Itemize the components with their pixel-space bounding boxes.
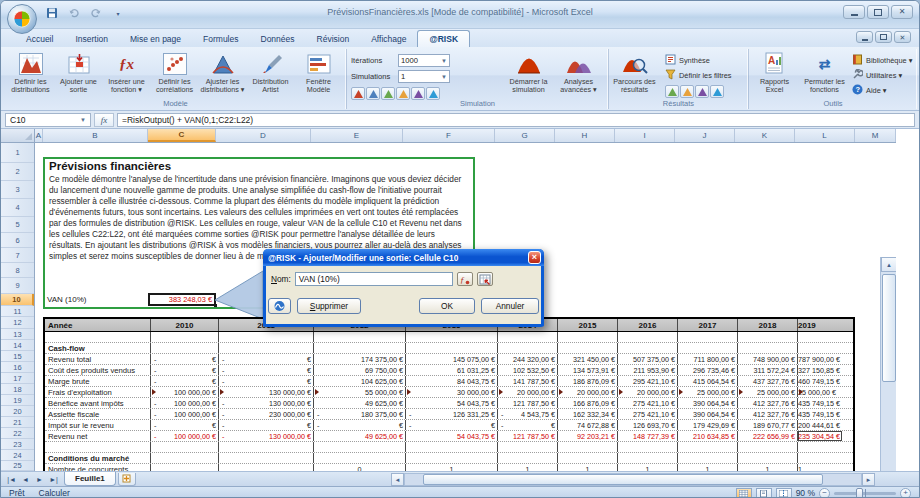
next-sheet-icon[interactable]: ► xyxy=(33,473,46,485)
table-cell[interactable] xyxy=(557,453,617,463)
tab-insertion[interactable]: Insertion xyxy=(64,31,119,47)
row-header-12[interactable]: 12 xyxy=(1,317,34,329)
year-header-2019[interactable]: 2019 xyxy=(797,319,816,331)
row-header-13[interactable]: 13 xyxy=(1,329,34,340)
table-cell[interactable]: 25 000,00 € xyxy=(797,387,838,397)
table-cell[interactable]: 148 727,39 € xyxy=(617,431,677,441)
table-cell[interactable] xyxy=(218,343,313,353)
histogram-toggle-icon[interactable] xyxy=(665,85,679,98)
ok-button[interactable]: OK xyxy=(419,298,475,314)
table-cell[interactable]: 179 429,69 € xyxy=(677,420,737,430)
table-cell[interactable]: 30 000,00 € xyxy=(405,387,497,397)
row-header-18[interactable]: 18 xyxy=(1,384,34,395)
table-cell[interactable]: 412 327,76 € xyxy=(737,409,797,419)
table-cell[interactable]: 166 876,09 € xyxy=(557,398,617,408)
normal-view-icon[interactable] xyxy=(736,488,752,498)
vertical-scroll-thumb[interactable] xyxy=(882,274,896,382)
table-cell[interactable] xyxy=(677,343,737,353)
tab-donn-es[interactable]: Données xyxy=(250,31,306,47)
table-cell[interactable]: -130 000,00 € xyxy=(218,431,313,441)
row-label[interactable]: Coût des produits vendus xyxy=(45,365,150,375)
table-cell[interactable]: 54 043,75 € xyxy=(405,431,497,441)
column-header-G[interactable]: G xyxy=(495,129,555,142)
workbook-restore-button[interactable] xyxy=(875,31,892,43)
table-cell[interactable]: 20 000,00 € xyxy=(497,387,557,397)
table-cell[interactable]: 1 xyxy=(405,464,497,471)
ribbon-button-d-finir-les-corr-lations[interactable]: Définir les corrélations xyxy=(151,51,198,95)
cashflow-table[interactable]: Année20102011201220132014201520162017201… xyxy=(43,317,855,471)
select-all-corner[interactable] xyxy=(1,129,35,142)
table-cell[interactable]: 121 787,50 € xyxy=(497,398,557,408)
table-cell[interactable] xyxy=(313,442,405,452)
table-cell[interactable]: 244 320,00 € xyxy=(497,354,557,364)
table-cell[interactable]: -€ xyxy=(405,420,497,430)
ribbon-button-fen-tre-mod-le[interactable]: Fenêtre Modèle xyxy=(295,51,342,95)
column-header-C[interactable]: C xyxy=(148,129,216,142)
table-cell[interactable] xyxy=(218,453,313,463)
ribbon-item-synth-se[interactable]: Synthèse xyxy=(665,53,747,67)
row-label[interactable]: Revenu net xyxy=(45,431,150,441)
table-cell[interactable] xyxy=(313,343,405,353)
row-header-21[interactable]: 21 xyxy=(1,417,34,428)
column-header-D[interactable]: D xyxy=(216,129,311,142)
row-header-10[interactable]: 10 xyxy=(1,294,34,306)
column-header-J[interactable]: J xyxy=(675,129,735,142)
horizontal-scrollbar[interactable]: ◄ ► xyxy=(391,473,875,486)
table-cell[interactable]: -126 331,25 € xyxy=(405,409,497,419)
year-header-2017[interactable]: 2017 xyxy=(677,319,737,331)
table-cell[interactable]: -4 543,75 € xyxy=(497,409,557,419)
table-cell[interactable] xyxy=(797,332,800,342)
table-cell[interactable]: 1 xyxy=(557,464,617,471)
row-label[interactable]: Conditions du marché xyxy=(45,453,150,463)
office-button[interactable] xyxy=(7,4,37,34)
table-cell[interactable] xyxy=(677,332,737,342)
table-cell[interactable]: 787 900,00 € xyxy=(797,354,842,364)
table-cell[interactable]: 121 787,50 € xyxy=(497,431,557,441)
table-cell[interactable] xyxy=(797,442,800,452)
vertical-scrollbar[interactable]: ▲ ▼ xyxy=(880,257,896,471)
table-cell[interactable]: -€ xyxy=(218,420,313,430)
maximize-button[interactable] xyxy=(867,5,889,19)
tab-formules[interactable]: Formules xyxy=(192,31,249,47)
select-reference-icon[interactable] xyxy=(477,272,493,286)
cancel-button[interactable]: Annuler xyxy=(481,298,539,314)
row-header-15[interactable]: 15 xyxy=(1,351,34,362)
formula-input[interactable]: =RiskOutput() + VAN(0,1;C22:L22) xyxy=(117,113,915,127)
table-cell[interactable]: 390 064,54 € xyxy=(677,409,737,419)
close-button[interactable]: ✕ xyxy=(891,5,913,19)
table-cell[interactable]: 435 749,15 € xyxy=(797,398,842,408)
row-label[interactable] xyxy=(45,442,150,452)
table-cell[interactable]: 275 421,10 € xyxy=(617,398,677,408)
ribbon-button-rapports-excel[interactable]: ARapports Excel xyxy=(751,51,798,95)
active-cell-c10[interactable]: 383 248,03 € xyxy=(148,293,216,306)
row-header-22[interactable]: 22 xyxy=(1,428,34,439)
year-header-2010[interactable]: 2010 xyxy=(150,319,218,331)
table-cell[interactable] xyxy=(150,332,218,342)
table-cell[interactable] xyxy=(677,442,737,452)
table-cell[interactable]: 126 693,70 € xyxy=(617,420,677,430)
cumulative-toggle-icon[interactable] xyxy=(680,85,694,98)
row-header-2[interactable]: 2 xyxy=(1,163,34,181)
table-cell[interactable]: 390 064,54 € xyxy=(677,398,737,408)
tab-mise-en-page[interactable]: Mise en page xyxy=(119,31,192,47)
scroll-up-icon[interactable]: ▲ xyxy=(881,257,896,272)
table-cell[interactable]: 211 953,90 € xyxy=(617,365,677,375)
row-label[interactable]: Impôt sur le revenu xyxy=(45,420,150,430)
table-cell[interactable]: -€ xyxy=(218,365,313,375)
table-cell[interactable]: -100 000,00 € xyxy=(150,409,218,419)
last-sheet-icon[interactable]: ►| xyxy=(47,473,60,485)
row-header-25[interactable]: 25 xyxy=(1,461,34,471)
table-cell[interactable] xyxy=(218,442,313,452)
table-cell[interactable] xyxy=(617,442,677,452)
row-label[interactable]: Bénéfice avant impôts xyxy=(45,398,150,408)
table-cell[interactable]: 100 000,00 € xyxy=(150,387,218,397)
row-header-5[interactable]: 5 xyxy=(1,217,34,233)
table-cell[interactable]: 295 421,10 € xyxy=(617,376,677,386)
table-cell[interactable] xyxy=(497,453,557,463)
zoom-out-icon[interactable]: − xyxy=(819,488,830,498)
column-header-A[interactable]: A xyxy=(35,129,43,142)
table-cell[interactable] xyxy=(218,464,313,471)
row-header-24[interactable]: 24 xyxy=(1,450,34,461)
row-header-11[interactable]: 11 xyxy=(1,306,34,317)
table-cell[interactable] xyxy=(405,442,497,452)
